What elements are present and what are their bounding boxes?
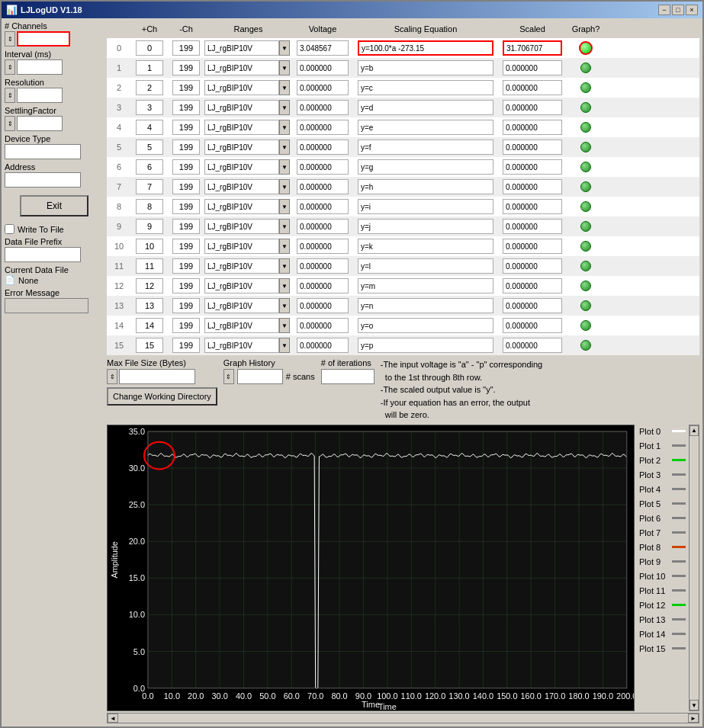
scaling-input-1[interactable] <box>358 60 493 75</box>
minus-input-7[interactable] <box>172 179 200 194</box>
voltage-input-5[interactable] <box>297 140 349 155</box>
voltage-input-2[interactable] <box>297 80 349 95</box>
scaled-input-14[interactable] <box>503 318 562 333</box>
file-prefix-input[interactable]: data <box>5 247 81 262</box>
led-13[interactable] <box>580 300 591 311</box>
legend-item-5[interactable]: Plot 5 <box>638 497 687 511</box>
led-11[interactable] <box>580 261 591 271</box>
plus-input-4[interactable] <box>136 120 163 135</box>
scaling-input-11[interactable] <box>358 258 493 274</box>
range-dropdown-9[interactable]: ▼ <box>279 219 290 234</box>
led-0[interactable] <box>579 41 593 55</box>
range-input-10[interactable] <box>204 239 279 254</box>
plus-input-14[interactable] <box>136 318 163 333</box>
minus-input-11[interactable] <box>172 258 200 274</box>
legend-item-14[interactable]: Plot 14 <box>638 627 687 641</box>
minus-input-12[interactable] <box>172 278 200 293</box>
legend-item-11[interactable]: Plot 11 <box>638 584 687 598</box>
led-7[interactable] <box>580 181 591 192</box>
interval-input[interactable]: 200 <box>17 59 63 75</box>
channels-input[interactable]: 1 <box>17 31 70 47</box>
scaled-input-10[interactable] <box>503 239 562 254</box>
voltage-input-8[interactable] <box>297 199 349 214</box>
range-dropdown-1[interactable]: ▼ <box>279 60 290 75</box>
range-dropdown-4[interactable]: ▼ <box>279 120 290 135</box>
close-button[interactable]: × <box>686 5 698 15</box>
graph-history-input[interactable]: 1000 <box>237 369 283 384</box>
address-input[interactable]: 1 <box>5 172 81 188</box>
resolution-input[interactable]: 0 <box>17 88 63 103</box>
plus-input-2[interactable] <box>136 80 163 95</box>
scroll-up-btn[interactable]: ▲ <box>690 425 699 436</box>
minus-input-0[interactable] <box>172 40 200 56</box>
led-6[interactable] <box>580 162 591 172</box>
led-15[interactable] <box>580 340 591 351</box>
scaled-input-8[interactable] <box>503 199 562 214</box>
scaled-input-15[interactable] <box>503 338 562 353</box>
legend-item-8[interactable]: Plot 8 <box>638 540 687 554</box>
scaled-input-6[interactable] <box>503 159 562 175</box>
range-input-9[interactable] <box>204 219 279 234</box>
plus-input-15[interactable] <box>136 338 163 353</box>
range-dropdown-8[interactable]: ▼ <box>279 199 290 214</box>
scroll-right-btn[interactable]: ► <box>688 714 699 723</box>
plus-input-6[interactable] <box>136 159 163 175</box>
range-input-7[interactable] <box>204 179 279 194</box>
scaling-input-12[interactable] <box>358 278 493 293</box>
scroll-left-btn[interactable]: ◄ <box>108 714 118 723</box>
range-dropdown-7[interactable]: ▼ <box>279 179 290 194</box>
range-input-4[interactable] <box>204 120 279 135</box>
led-5[interactable] <box>580 142 591 152</box>
led-8[interactable] <box>580 201 591 212</box>
range-input-14[interactable] <box>204 318 279 333</box>
led-4[interactable] <box>580 122 591 133</box>
plus-input-10[interactable] <box>136 239 163 254</box>
range-input-2[interactable] <box>204 80 279 95</box>
scaled-input-11[interactable] <box>503 258 562 274</box>
range-dropdown-6[interactable]: ▼ <box>279 159 290 175</box>
scaled-input-1[interactable] <box>503 60 562 75</box>
plus-input-7[interactable] <box>136 179 163 194</box>
range-input-6[interactable] <box>204 159 279 175</box>
legend-item-15[interactable]: Plot 15 <box>638 642 687 656</box>
led-9[interactable] <box>580 221 591 232</box>
range-input-0[interactable] <box>204 40 279 56</box>
range-input-15[interactable] <box>204 338 279 353</box>
voltage-input-1[interactable] <box>297 60 349 75</box>
voltage-input-0[interactable] <box>297 40 349 56</box>
led-10[interactable] <box>580 241 591 252</box>
scaled-input-12[interactable] <box>503 278 562 293</box>
scroll-down-btn[interactable]: ▼ <box>690 700 699 710</box>
legend-item-3[interactable]: Plot 3 <box>638 468 687 482</box>
range-dropdown-11[interactable]: ▼ <box>279 258 290 274</box>
range-dropdown-10[interactable]: ▼ <box>279 239 290 254</box>
legend-item-6[interactable]: Plot 6 <box>638 512 687 525</box>
scaled-input-4[interactable] <box>503 120 562 135</box>
scaling-input-13[interactable] <box>358 298 493 313</box>
iterations-input[interactable]: 2008 <box>321 369 375 384</box>
legend-item-4[interactable]: Plot 4 <box>638 483 687 496</box>
range-input-13[interactable] <box>204 298 279 313</box>
range-dropdown-12[interactable]: ▼ <box>279 278 290 293</box>
scaling-input-8[interactable] <box>358 199 493 214</box>
voltage-input-13[interactable] <box>297 298 349 313</box>
legend-item-12[interactable]: Plot 12 <box>638 598 687 612</box>
range-dropdown-14[interactable]: ▼ <box>279 318 290 333</box>
resolution-spin-btn[interactable]: ⇕ <box>5 88 15 103</box>
led-3[interactable] <box>580 102 591 113</box>
range-input-8[interactable] <box>204 199 279 214</box>
led-2[interactable] <box>580 82 591 93</box>
error-input[interactable]: No Error <box>5 298 88 313</box>
legend-item-13[interactable]: Plot 13 <box>638 613 687 627</box>
plus-input-0[interactable] <box>136 40 163 56</box>
range-input-1[interactable] <box>204 60 279 75</box>
device-input[interactable]: LJ_dtU3 <box>5 144 81 159</box>
legend-item-1[interactable]: Plot 1 <box>638 439 687 453</box>
minimize-button[interactable]: − <box>658 5 670 15</box>
voltage-input-11[interactable] <box>297 258 349 274</box>
scaled-input-9[interactable] <box>503 219 562 234</box>
scaling-input-7[interactable] <box>358 179 493 194</box>
scaling-input-2[interactable] <box>358 80 493 95</box>
minus-input-1[interactable] <box>172 60 200 75</box>
range-dropdown-15[interactable]: ▼ <box>279 338 290 353</box>
